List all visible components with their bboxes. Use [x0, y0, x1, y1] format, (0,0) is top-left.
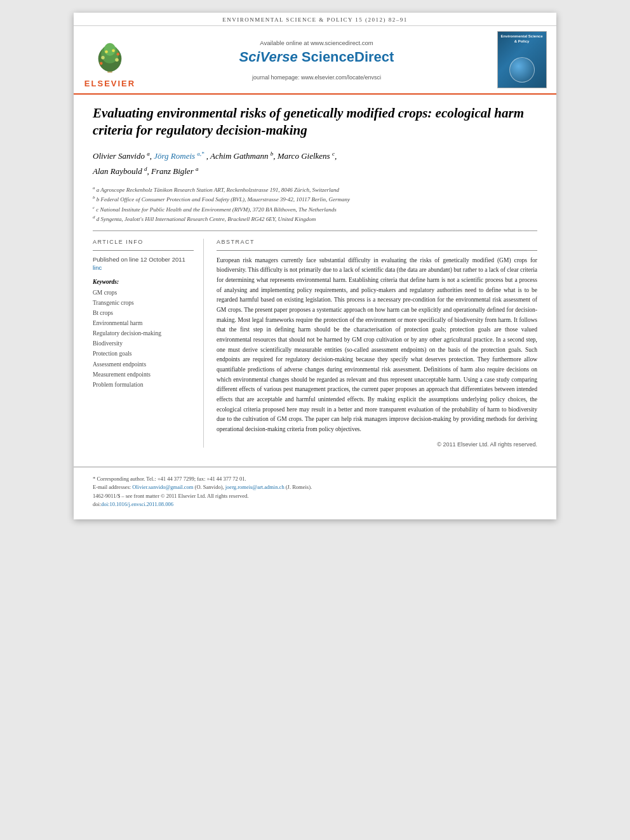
email-romeis[interactable]: joerg.romeis@art.admin.ch: [225, 484, 285, 490]
main-content: Evaluating environmental risks of geneti…: [74, 95, 556, 460]
keyword-transgenic-crops: Transgenic crops: [93, 298, 194, 308]
footer-section: * Corresponding author. Tel.: +41 44 377…: [74, 467, 556, 519]
journal-bar-text: Environmental Science & Policy 15 (2012)…: [222, 17, 408, 23]
elsevier-tree-icon: [91, 41, 129, 76]
keyword-environmental-harm: Environmental harm: [93, 318, 194, 328]
authors: Olivier Sanvido a, Jörg Romeis a,* , Ach…: [93, 149, 537, 178]
elsevier-logo: ELSEVIER: [81, 31, 138, 88]
main-divider: [93, 230, 537, 231]
email-note: E-mail addresses: Olivier.sanvido@gmail.…: [93, 483, 537, 492]
journal-page: Environmental Science & Policy 15 (2012)…: [74, 13, 556, 519]
cover-title: Environmental Science & Policy: [500, 34, 544, 44]
keyword-regulatory: Regulatory decision-making: [93, 328, 194, 338]
cover-globe-icon: [509, 57, 535, 83]
published-label: Published on line 12 October 2011: [93, 256, 194, 263]
keyword-measurement-endpoints: Measurement endpoints: [93, 370, 194, 380]
author-gathmann: , Achim Gathmann b, Marco Gielkens c,: [206, 151, 337, 161]
doi-link[interactable]: doi:10.1016/j.envsci.2011.08.006: [101, 501, 173, 507]
abstract-divider: [217, 250, 537, 251]
available-online-text: Available online at www.sciencedirect.co…: [260, 39, 373, 46]
abstract-text: European risk managers currently face su…: [217, 256, 537, 435]
svg-point-8: [100, 62, 103, 65]
journal-homepage: journal homepage: www.elsevier.com/locat…: [252, 74, 381, 81]
affiliation-c: c c National Institute for Public Health…: [93, 204, 537, 214]
license-note: 1462-9011/$ – see front matter © 2011 El…: [93, 492, 537, 501]
header-section: ELSEVIER Available online at www.science…: [74, 26, 556, 95]
two-column-layout: Article Info Published on line 12 Octobe…: [93, 239, 537, 448]
paper-title: Evaluating environmental risks of geneti…: [93, 105, 537, 140]
article-info-divider: [93, 250, 194, 251]
email-sanvido[interactable]: Olivier.sanvido@gmail.com: [132, 484, 193, 490]
elsevier-brand: ELSEVIER: [84, 79, 135, 88]
author-sanvido: Olivier Sanvido a,: [93, 151, 154, 161]
affiliation-a: a a Agroscope Reckenholz Tänikon Researc…: [93, 185, 537, 194]
copyright: © 2011 Elsevier Ltd. All rights reserved…: [217, 441, 537, 448]
svg-point-9: [117, 53, 120, 56]
corresponding-note: * Corresponding author. Tel.: +41 44 377…: [93, 475, 537, 484]
right-column: Abstract European risk managers currentl…: [217, 239, 537, 448]
article-info-label: Article Info: [93, 239, 194, 245]
doi-note: doi:doi:10.1016/j.envsci.2011.08.006: [93, 500, 537, 509]
affiliation-b: b b Federal Office of Consumer Protectio…: [93, 194, 537, 204]
author-romeis: Jörg Romeis a,*: [154, 151, 204, 161]
published-link[interactable]: linc: [93, 264, 194, 271]
journal-bar: Environmental Science & Policy 15 (2012)…: [74, 13, 556, 26]
keyword-assessment-endpoints: Assessment endpoints: [93, 359, 194, 370]
keyword-problem-formulation: Problem formulation: [93, 380, 194, 390]
header-middle: Available online at www.sciencedirect.co…: [138, 31, 495, 88]
keywords-label: Keywords:: [93, 279, 194, 285]
abstract-label: Abstract: [217, 239, 537, 245]
keyword-biodiversity: Biodiversity: [93, 338, 194, 349]
footer-note: * Corresponding author. Tel.: +41 44 377…: [93, 475, 537, 509]
cover-box: Environmental Science & Policy: [497, 31, 547, 88]
svg-point-6: [105, 50, 108, 53]
left-column: Article Info Published on line 12 Octobe…: [93, 239, 204, 448]
sciverse-logo: SciVerse ScienceDirect: [239, 49, 394, 65]
svg-point-7: [112, 49, 115, 52]
keyword-gm-crops: GM crops: [93, 288, 194, 298]
affiliation-d: d d Syngenta, Jealott's Hill Internation…: [93, 214, 537, 223]
author-raybould: Alan Raybould d, Franz Bigler a: [93, 166, 198, 176]
svg-point-4: [101, 56, 105, 60]
keyword-bt-crops: Bt crops: [93, 308, 194, 318]
affiliations: a a Agroscope Reckenholz Tänikon Researc…: [93, 185, 537, 224]
journal-cover: Environmental Science & Policy: [495, 31, 549, 88]
svg-point-5: [115, 58, 119, 62]
keyword-protection-goals: Protection goals: [93, 349, 194, 359]
